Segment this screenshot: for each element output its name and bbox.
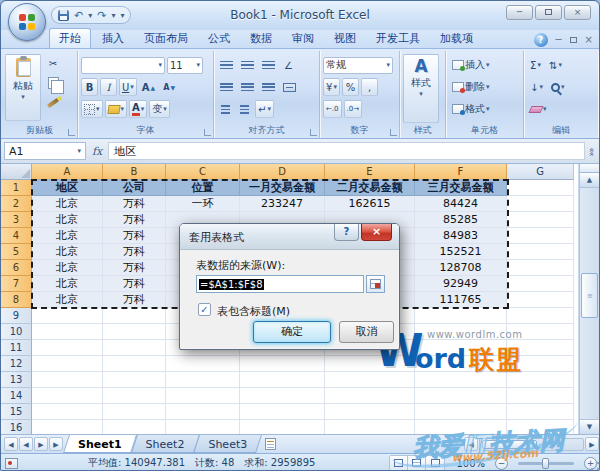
clear-button[interactable]: ▾ bbox=[527, 100, 550, 118]
select-all-corner[interactable] bbox=[1, 164, 32, 180]
ribbon-tab[interactable]: 审阅 bbox=[283, 29, 323, 48]
cell[interactable]: 北京 bbox=[32, 276, 103, 292]
font-name-combo[interactable]: ▾ bbox=[81, 57, 165, 74]
cell[interactable] bbox=[507, 180, 574, 196]
cell[interactable] bbox=[325, 420, 415, 434]
help-icon[interactable]: ? bbox=[534, 33, 548, 47]
increase-indent-button[interactable] bbox=[236, 100, 253, 118]
ribbon-tab[interactable]: 公式 bbox=[199, 29, 239, 48]
zoom-slider-thumb[interactable] bbox=[542, 458, 549, 469]
macro-record-icon[interactable] bbox=[5, 458, 18, 469]
row-header[interactable]: 13 bbox=[1, 372, 32, 388]
cell[interactable]: 位置 bbox=[166, 180, 240, 196]
align-center-button[interactable] bbox=[238, 78, 257, 96]
ribbon-tab[interactable]: 开发工具 bbox=[367, 29, 429, 48]
workbook-minimize-icon[interactable]: ─ bbox=[556, 35, 562, 45]
cell[interactable]: 北京 bbox=[32, 228, 103, 244]
scroll-up-icon[interactable]: ▲ bbox=[580, 173, 599, 188]
grow-font-button[interactable]: A▲ bbox=[139, 78, 158, 96]
normal-view-button[interactable] bbox=[390, 456, 408, 470]
cell[interactable]: 万科 bbox=[103, 260, 166, 276]
fill-color-button[interactable]: ▾ bbox=[105, 100, 128, 118]
insert-worksheet-button[interactable] bbox=[259, 435, 281, 453]
dialog-close-button[interactable]: × bbox=[361, 224, 392, 241]
row-header[interactable]: 12 bbox=[1, 356, 32, 372]
cell[interactable] bbox=[415, 356, 507, 372]
cell[interactable]: 84424 bbox=[415, 196, 507, 212]
row-header[interactable]: 6 bbox=[1, 260, 32, 276]
sheet-tab[interactable]: Sheet3 bbox=[196, 435, 259, 453]
cell[interactable] bbox=[32, 340, 103, 356]
cell[interactable] bbox=[103, 372, 166, 388]
cell[interactable]: 152521 bbox=[415, 244, 507, 260]
cell[interactable] bbox=[415, 324, 507, 340]
workbook-close-icon[interactable]: × bbox=[585, 35, 593, 45]
cell[interactable] bbox=[240, 372, 325, 388]
next-sheet-icon[interactable]: ▶ bbox=[34, 437, 48, 451]
align-bottom-button[interactable] bbox=[259, 56, 278, 74]
column-header[interactable]: C bbox=[166, 164, 240, 180]
font-dialog-launcher-icon[interactable] bbox=[204, 129, 211, 136]
cell[interactable] bbox=[240, 404, 325, 420]
cell[interactable]: 84983 bbox=[415, 228, 507, 244]
cell[interactable] bbox=[166, 356, 240, 372]
underline-button[interactable]: U▾ bbox=[119, 78, 137, 96]
cell[interactable] bbox=[166, 388, 240, 404]
fill-button[interactable]: ↓▾ bbox=[527, 78, 546, 96]
percent-button[interactable]: % bbox=[342, 78, 359, 96]
row-header[interactable]: 2 bbox=[1, 196, 32, 212]
ribbon-tab[interactable]: 开始 bbox=[49, 28, 91, 48]
row-header[interactable]: 5 bbox=[1, 244, 32, 260]
format-cells-button[interactable]: 格式▾ bbox=[449, 100, 493, 118]
row-header[interactable]: 16 bbox=[1, 420, 32, 434]
cell[interactable] bbox=[507, 228, 574, 244]
cell[interactable] bbox=[103, 324, 166, 340]
row-header[interactable]: 10 bbox=[1, 324, 32, 340]
ok-button[interactable]: 确定 bbox=[253, 321, 331, 343]
cell[interactable] bbox=[103, 308, 166, 324]
cell[interactable] bbox=[103, 356, 166, 372]
dialog-title-bar[interactable]: 套用表格式 ? × bbox=[180, 224, 399, 250]
horizontal-scroll-track[interactable] bbox=[479, 438, 584, 451]
cell[interactable]: 万科 bbox=[103, 196, 166, 212]
row-header[interactable]: 15 bbox=[1, 404, 32, 420]
cell[interactable] bbox=[32, 404, 103, 420]
cell[interactable] bbox=[103, 404, 166, 420]
cell[interactable]: 233247 bbox=[240, 196, 325, 212]
cell[interactable] bbox=[240, 356, 325, 372]
scroll-down-icon[interactable]: ▼ bbox=[580, 419, 599, 434]
cell[interactable] bbox=[325, 356, 415, 372]
hscroll-right-icon[interactable]: ▶ bbox=[585, 437, 599, 451]
alignment-dialog-launcher-icon[interactable] bbox=[310, 129, 317, 136]
cell[interactable]: 一月交易金额 bbox=[240, 180, 325, 196]
currency-button[interactable]: ¥▾ bbox=[323, 78, 340, 96]
cancel-button[interactable]: 取消 bbox=[339, 321, 394, 343]
cell[interactable] bbox=[32, 420, 103, 434]
cell[interactable] bbox=[325, 404, 415, 420]
vertical-scroll-thumb[interactable]: ≡ bbox=[581, 273, 598, 318]
cell[interactable] bbox=[325, 388, 415, 404]
workbook-restore-icon[interactable] bbox=[570, 35, 577, 45]
zoom-level[interactable]: 100% bbox=[455, 458, 485, 469]
cell[interactable] bbox=[507, 308, 574, 324]
cell[interactable]: 128708 bbox=[415, 260, 507, 276]
find-select-button[interactable]: ▾ bbox=[548, 78, 568, 96]
column-header[interactable]: A bbox=[32, 164, 103, 180]
cell[interactable] bbox=[507, 244, 574, 260]
page-layout-view-button[interactable] bbox=[408, 456, 426, 470]
row-header[interactable]: 7 bbox=[1, 276, 32, 292]
font-color-button[interactable]: A▾ bbox=[129, 100, 147, 118]
column-header[interactable]: B bbox=[103, 164, 166, 180]
ribbon-tab[interactable]: 页面布局 bbox=[135, 29, 197, 48]
cell[interactable] bbox=[507, 276, 574, 292]
cell[interactable] bbox=[507, 292, 574, 308]
row-header[interactable]: 11 bbox=[1, 340, 32, 356]
ribbon-tab[interactable]: 插入 bbox=[93, 29, 133, 48]
cell[interactable]: 万科 bbox=[103, 212, 166, 228]
sort-filter-button[interactable]: ⇅▾ bbox=[546, 56, 565, 74]
cell[interactable]: 一环 bbox=[166, 196, 240, 212]
split-handle[interactable] bbox=[580, 164, 599, 173]
cell[interactable] bbox=[415, 420, 507, 434]
range-picker-button[interactable] bbox=[366, 275, 385, 293]
cell[interactable] bbox=[325, 372, 415, 388]
